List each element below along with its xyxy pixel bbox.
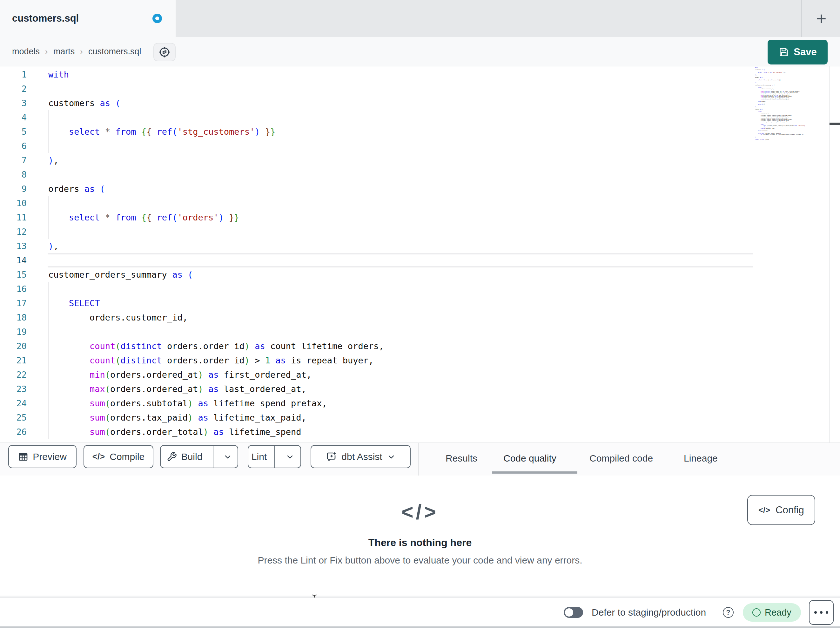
line-number[interactable]: 18 [0, 310, 27, 325]
tab-lineage[interactable]: Lineage [684, 443, 718, 474]
window-bottom-edge [0, 626, 840, 628]
code-line[interactable]: 11 select * from {{ ref('orders') }} [0, 210, 840, 225]
code-line-content: orders.customer_id, [48, 310, 188, 325]
code-line[interactable]: 12 [0, 225, 840, 239]
toggle-knob [565, 608, 573, 617]
code-line-content: count(distinct orders.order_id) > 1 as i… [48, 353, 373, 367]
code-line[interactable]: 6 [0, 139, 840, 153]
lint-main[interactable]: Lint [248, 446, 270, 468]
line-number[interactable]: 6 [0, 139, 27, 153]
preview-button[interactable]: Preview [8, 445, 77, 468]
line-number[interactable]: 21 [0, 353, 27, 367]
code-line[interactable]: 14 [0, 253, 840, 267]
code-line[interactable]: 2 [0, 82, 840, 96]
code-line[interactable]: 15customer_orders_summary as ( [0, 267, 840, 282]
breadcrumb-item-models[interactable]: models [12, 47, 40, 57]
code-line[interactable]: 13), [0, 239, 840, 253]
line-number[interactable]: 1 [0, 67, 27, 82]
breadcrumb-separator: › [45, 47, 48, 57]
save-button[interactable]: Save [767, 40, 827, 65]
line-number[interactable]: 19 [0, 325, 27, 339]
tab-results[interactable]: Results [445, 443, 477, 474]
line-number[interactable]: 9 [0, 182, 27, 196]
config-label: Config [775, 505, 804, 516]
line-number[interactable]: 10 [0, 196, 27, 210]
assistant-chat-icon [325, 451, 337, 462]
code-line[interactable]: 1with [0, 67, 840, 82]
code-line-content: ), [48, 153, 59, 168]
line-number[interactable]: 23 [0, 382, 27, 396]
code-line[interactable]: 25 sum(orders.tax_paid) as lifetime_tax_… [0, 410, 840, 425]
code-line[interactable]: 26 sum(orders.order_total) as lifetime_s… [0, 425, 840, 439]
line-number[interactable]: 2 [0, 82, 27, 96]
line-number[interactable]: 16 [0, 282, 27, 296]
more-options-button[interactable] [809, 600, 834, 625]
line-number[interactable]: 25 [0, 410, 27, 425]
file-navigate-button[interactable] [153, 43, 175, 61]
code-line[interactable]: 3customers as ( [0, 96, 840, 110]
code-line[interactable]: 17 SELECT [0, 296, 840, 310]
build-main[interactable]: Build [161, 446, 208, 468]
split-divider [213, 446, 213, 468]
indent-guide [48, 196, 49, 210]
minimap[interactable]: withcustomers as ( select * from {{ ref(… [755, 67, 819, 143]
code-line[interactable]: 9orders as ( [0, 182, 840, 196]
code-line[interactable]: 22 min(orders.ordered_at) as first_order… [0, 367, 840, 382]
code-line[interactable]: 4 [0, 110, 840, 125]
active-tab-underline [492, 471, 577, 474]
build-label: Build [182, 451, 203, 462]
code-line[interactable]: 7), [0, 153, 840, 168]
tab-customers-sql[interactable]: customers.sql [0, 0, 175, 37]
code-line[interactable]: 20 count(distinct orders.order_id) as co… [0, 339, 840, 353]
code-icon: </> [758, 506, 771, 515]
lint-dropdown-button[interactable] [279, 446, 300, 468]
line-number[interactable]: 5 [0, 125, 27, 139]
code-line[interactable]: 8 [0, 168, 840, 182]
line-number[interactable]: 11 [0, 210, 27, 225]
code-line[interactable]: 24 sum(orders.subtotal) as lifetime_spen… [0, 396, 840, 410]
line-number[interactable]: 4 [0, 110, 27, 125]
compile-label: Compile [110, 451, 145, 462]
code-line[interactable]: 19 [0, 325, 840, 339]
line-number[interactable]: 26 [0, 425, 27, 439]
code-line[interactable]: 10 [0, 196, 840, 210]
line-number[interactable]: 13 [0, 239, 27, 253]
line-number[interactable]: 22 [0, 367, 27, 382]
dbt-assist-button[interactable]: dbt Assist [311, 445, 411, 468]
code-line[interactable]: 21 count(distinct orders.order_id) > 1 a… [0, 353, 840, 367]
code-line[interactable]: 5 select * from {{ ref('stg_customers') … [0, 125, 840, 139]
line-number[interactable]: 3 [0, 96, 27, 110]
build-dropdown-button[interactable] [218, 446, 238, 468]
code-line[interactable]: 16 [0, 282, 840, 296]
line-number[interactable]: 8 [0, 168, 27, 182]
code-line[interactable]: 18 orders.customer_id, [0, 310, 840, 325]
breadcrumb-item-marts[interactable]: marts [53, 47, 75, 57]
tab-code-quality[interactable]: Code quality [504, 443, 556, 474]
code-line-content: orders as ( [48, 182, 105, 196]
line-number[interactable]: 17 [0, 296, 27, 310]
status-badge[interactable]: Ready [743, 603, 801, 622]
line-number[interactable]: 7 [0, 153, 27, 168]
code-editor[interactable]: 1with23customers as (45 select * from {{… [0, 66, 840, 443]
line-number[interactable]: 24 [0, 396, 27, 410]
config-button[interactable]: </> Config [747, 495, 815, 525]
defer-toggle[interactable] [564, 607, 583, 618]
line-number[interactable]: 20 [0, 339, 27, 353]
help-icon[interactable]: ? [723, 607, 734, 618]
save-label: Save [794, 46, 816, 58]
indent-guide [48, 325, 49, 339]
lint-button[interactable]: Lint [248, 445, 301, 468]
compile-button[interactable]: </> Compile [84, 445, 153, 468]
split-divider [275, 446, 275, 468]
line-number[interactable]: 15 [0, 267, 27, 282]
line-number[interactable]: 14 [0, 253, 27, 267]
breadcrumb: models › marts › customers.sql [12, 37, 141, 66]
lint-label: Lint [251, 451, 267, 462]
new-tab-button[interactable]: + [808, 0, 834, 37]
code-line[interactable]: 23 max(orders.ordered_at) as last_ordere… [0, 382, 840, 396]
tab-compiled-code[interactable]: Compiled code [589, 443, 653, 474]
build-button[interactable]: Build [160, 445, 238, 468]
wrench-icon [167, 452, 177, 462]
line-number[interactable]: 12 [0, 225, 27, 239]
breadcrumb-item-customers-sql[interactable]: customers.sql [88, 47, 141, 57]
